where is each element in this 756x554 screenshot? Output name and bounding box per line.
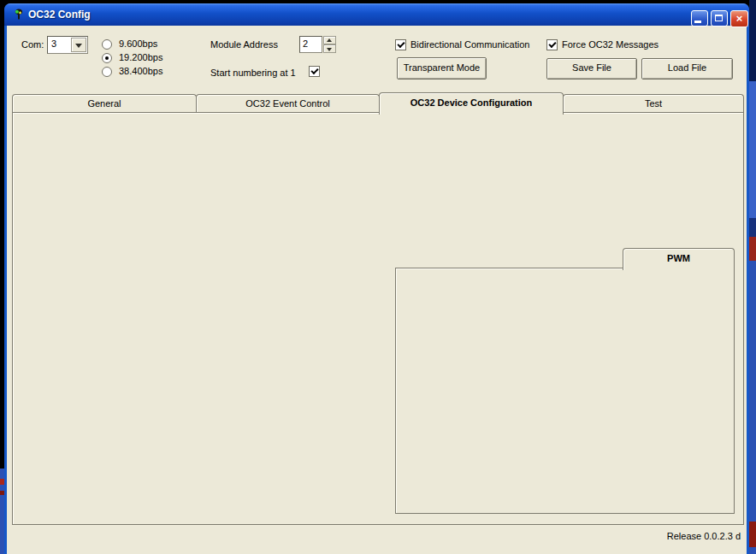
force-oc32-checkbox[interactable] (546, 39, 558, 50)
start-numbering-checkbox[interactable] (309, 66, 320, 77)
load-file-button[interactable]: Load File (641, 58, 733, 80)
com-select[interactable]: 3 (47, 36, 88, 54)
baud-label-38400[interactable]: 38.400bps (119, 66, 162, 77)
baud-label-19200[interactable]: 19.200bps (119, 52, 162, 63)
title-bar[interactable]: OC32 Config × (4, 3, 749, 26)
tab-event-control[interactable]: OC32 Event Control (196, 94, 380, 114)
baud-radio-19200[interactable] (102, 53, 112, 63)
bidirectional-label[interactable]: Bidirectional Communication (410, 39, 529, 50)
baud-label-9600[interactable]: 9.600bps (119, 38, 157, 50)
start-numbering-label: Start numbering at 1 (210, 68, 296, 79)
pwm-page (395, 268, 735, 514)
maximize-button[interactable] (711, 10, 728, 27)
background-block (749, 81, 756, 218)
baud-radio-38400[interactable] (102, 67, 112, 77)
close-button[interactable]: × (730, 10, 748, 27)
tab-test[interactable]: Test (563, 94, 744, 114)
background-block (749, 218, 756, 237)
transparent-mode-button[interactable]: Transparent Mode (397, 57, 487, 80)
tab-pwm[interactable]: PWM (623, 248, 735, 270)
app-icon (12, 8, 26, 21)
module-address-field[interactable]: 2 (299, 36, 322, 53)
tab-device-configuration[interactable]: OC32 Device Configuration (379, 92, 564, 115)
module-address-up-icon[interactable] (323, 36, 336, 44)
module-address-label: Module Address (210, 39, 278, 50)
background-block (749, 237, 756, 261)
background-block (749, 0, 756, 81)
tab-general[interactable]: General (12, 94, 197, 114)
module-address-down-icon[interactable] (323, 44, 336, 53)
close-icon: × (736, 12, 743, 25)
com-label: Com: (21, 39, 44, 50)
window-title: OC32 Config (28, 9, 91, 21)
bidirectional-checkbox[interactable] (395, 39, 406, 50)
chevron-down-icon[interactable] (71, 38, 86, 52)
desktop: OC32 Config × Com: 3 9.600bps 19.200bps … (0, 0, 756, 554)
background-block (749, 522, 756, 547)
force-oc32-label[interactable]: Force OC32 Messages (562, 39, 659, 50)
minimize-button[interactable] (691, 10, 708, 27)
minimize-icon (694, 21, 701, 23)
save-file-button[interactable]: Save File (546, 58, 637, 80)
baud-radio-9600[interactable] (102, 39, 112, 50)
com-value: 3 (51, 38, 56, 49)
release-version: Release 0.0.2.3 d (599, 531, 741, 542)
maximize-icon (715, 15, 723, 21)
